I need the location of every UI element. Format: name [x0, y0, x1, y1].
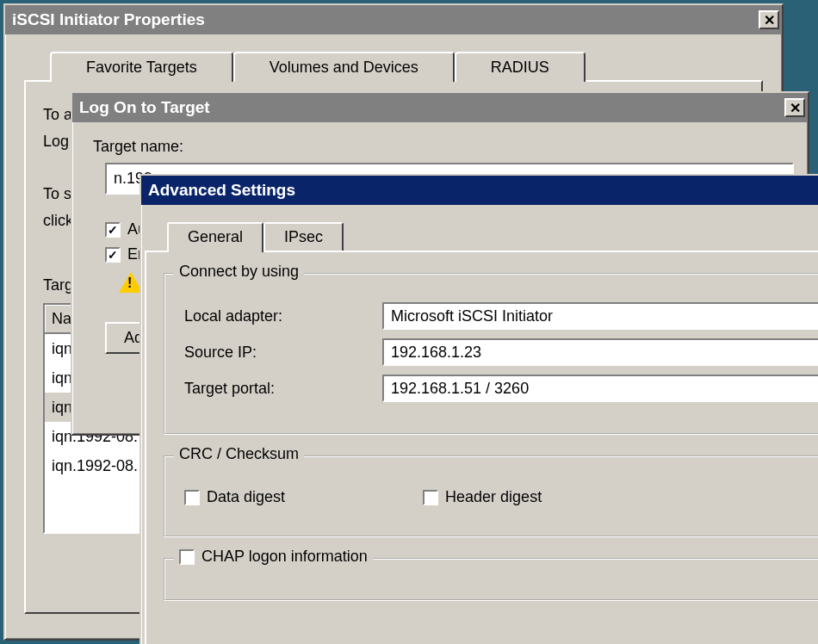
data-digest-row: Data digest [184, 488, 285, 506]
chap-group: CHAP logon information [164, 558, 818, 601]
enable-multipath-checkbox[interactable]: ✓ [105, 247, 121, 263]
iscsi-properties-title: iSCSI Initiator Properties [12, 10, 759, 29]
advanced-tabs: General IPsec [167, 222, 818, 251]
local-adapter-select[interactable]: Microsoft iSCSI Initiator [382, 302, 818, 330]
header-digest-label: Header digest [445, 488, 542, 506]
crc-checksum-group: CRC / Checksum Data digest Header digest [164, 455, 818, 537]
table-row[interactable]: iqn.1992-08. [45, 451, 153, 480]
header-digest-row: Header digest [423, 488, 542, 506]
target-name-label: Target name: [93, 138, 787, 156]
close-icon[interactable]: ✕ [759, 10, 779, 29]
connect-by-using-group: Connect by using Local adapter: Microsof… [164, 273, 818, 435]
target-portal-select[interactable]: 192.168.1.51 / 3260 [382, 375, 818, 402]
close-icon[interactable]: ✕ [784, 98, 805, 117]
chap-enable-checkbox[interactable] [179, 549, 195, 565]
logon-target-titlebar[interactable]: Log On to Target ✕ [72, 93, 808, 122]
tab-favorite-targets[interactable]: Favorite Targets [50, 52, 233, 82]
advanced-settings-titlebar[interactable]: Advanced Settings [141, 176, 818, 205]
header-digest-checkbox[interactable] [423, 490, 438, 505]
source-ip-select[interactable]: 192.168.1.23 [382, 338, 818, 366]
iscsi-properties-titlebar[interactable]: iSCSI Initiator Properties ✕ [5, 5, 782, 34]
tab-radius[interactable]: RADIUS [455, 52, 586, 82]
tab-general[interactable]: General [167, 222, 263, 252]
crc-legend: CRC / Checksum [174, 445, 304, 463]
local-adapter-label: Local adapter: [184, 307, 382, 325]
tab-volumes-devices[interactable]: Volumes and Devices [233, 52, 455, 82]
advanced-settings-title: Advanced Settings [148, 181, 818, 200]
auto-restore-checkbox[interactable]: ✓ [105, 222, 121, 238]
data-digest-label: Data digest [207, 488, 285, 506]
connect-legend: Connect by using [174, 263, 304, 281]
chap-legend: CHAP logon information [174, 548, 373, 566]
source-ip-label: Source IP: [184, 344, 382, 362]
logon-target-title: Log On to Target [79, 98, 784, 117]
data-digest-checkbox[interactable] [184, 490, 200, 505]
tab-ipsec[interactable]: IPsec [263, 222, 344, 251]
advanced-tab-panel: Connect by using Local adapter: Microsof… [145, 251, 818, 644]
advanced-settings-window: Advanced Settings General IPsec Connect … [139, 174, 818, 644]
target-portal-label: Target portal: [184, 380, 382, 398]
top-tab-row: Favorite Targets Volumes and Devices RAD… [50, 52, 763, 82]
